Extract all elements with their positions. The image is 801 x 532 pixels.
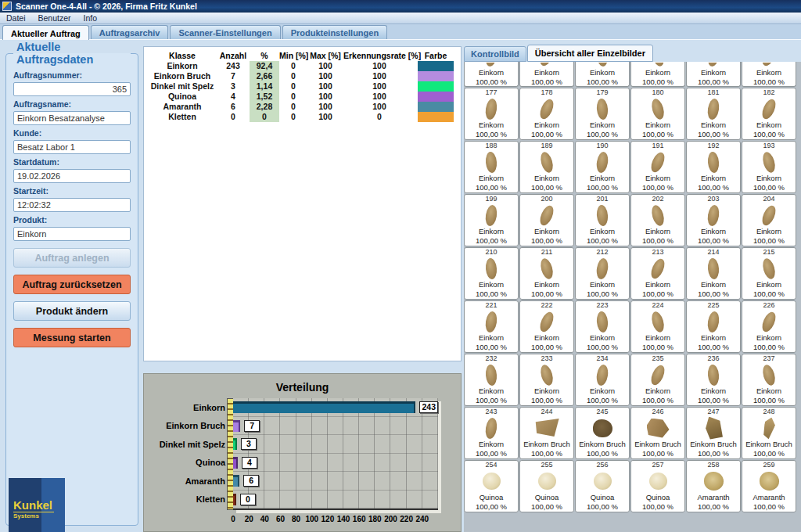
- menu-item[interactable]: Benutzer: [32, 13, 77, 23]
- seed-cell[interactable]: Einkorn 100,00 %: [575, 62, 630, 87]
- chart-bar: [233, 494, 236, 505]
- seed-cell[interactable]: 237 Einkorn 100,00 %: [742, 354, 796, 406]
- logo-line1: Kunkel: [13, 498, 54, 512]
- seed-cell[interactable]: 246 Einkorn Bruch 100,00 %: [630, 407, 685, 459]
- seed-image-wrap: [631, 257, 684, 280]
- seed-cell[interactable]: 215 Einkorn 100,00 %: [742, 247, 796, 300]
- seed-cell[interactable]: 188 Einkorn 100,00 %: [464, 141, 519, 193]
- seed-cell[interactable]: 247 Einkorn Bruch 100,00 %: [686, 407, 741, 459]
- seed-confidence: 100,00 %: [465, 449, 518, 458]
- seed-cell[interactable]: 224 Einkorn 100,00 %: [630, 300, 685, 353]
- seed-cell[interactable]: 182 Einkorn 100,00 %: [742, 88, 796, 140]
- seed-image: [760, 310, 778, 333]
- table-row: Einkorn Bruch 7 2,66 0 100 100: [148, 71, 461, 81]
- start-date-field[interactable]: [13, 169, 131, 183]
- seed-cell[interactable]: 178 Einkorn 100,00 %: [519, 88, 574, 140]
- seed-number: 236: [687, 354, 740, 363]
- cell-pct: 2,66: [250, 71, 279, 81]
- seed-cell[interactable]: 235 Einkorn 100,00 %: [630, 354, 685, 406]
- seed-cell[interactable]: 204 Einkorn 100,00 %: [742, 194, 796, 246]
- seed-image: [706, 204, 720, 227]
- seed-cell[interactable]: 189 Einkorn 100,00 %: [519, 141, 574, 193]
- table-body: Einkorn 243 92,4 0 100 100 Einkorn Bruch…: [148, 61, 461, 122]
- seed-cell[interactable]: 221 Einkorn 100,00 %: [464, 300, 519, 353]
- tab-scanner-einstellungen[interactable]: Scanner-Einstellungen: [170, 25, 280, 39]
- order-name-field[interactable]: [13, 111, 131, 125]
- cell-min: 0: [279, 61, 307, 71]
- seed-image: [539, 150, 555, 174]
- seed-cell[interactable]: Einkorn 100,00 %: [742, 62, 796, 87]
- create-order-button[interactable]: Auftrag anlegen: [13, 248, 131, 268]
- x-axis-tick-label: 80: [289, 515, 304, 523]
- start-time-field[interactable]: [13, 198, 131, 212]
- seed-cell[interactable]: 177 Einkorn 100,00 %: [464, 88, 519, 140]
- seed-cell[interactable]: 202 Einkorn 100,00 %: [630, 194, 685, 246]
- seed-cell[interactable]: 233 Einkorn 100,00 %: [519, 354, 574, 406]
- seed-cell[interactable]: 255 Quinoa 100,00 %: [519, 460, 574, 512]
- seed-cell[interactable]: Einkorn 100,00 %: [464, 62, 519, 87]
- table-header-row: Klasse Anzahl % Min [%] Max [%] Erkennun…: [148, 51, 461, 61]
- seed-cell[interactable]: 259 Amaranth 100,00 %: [742, 460, 796, 512]
- seed-class-label: Einkorn: [520, 227, 573, 236]
- seed-cell[interactable]: 248 Einkorn Bruch 100,00 %: [742, 407, 796, 459]
- seed-confidence: 100,00 %: [576, 183, 629, 192]
- col-anzahl: Anzahl: [217, 51, 250, 61]
- seed-cell[interactable]: 214 Einkorn 100,00 %: [686, 247, 741, 300]
- seed-cell[interactable]: 226 Einkorn 100,00 %: [742, 300, 796, 353]
- seed-cell[interactable]: 254 Quinoa 100,00 %: [464, 460, 519, 512]
- seed-cell[interactable]: 180 Einkorn 100,00 %: [630, 88, 685, 140]
- seed-cell[interactable]: 225 Einkorn 100,00 %: [686, 300, 741, 353]
- reset-order-button[interactable]: Auftrag zurücksetzen: [13, 275, 131, 294]
- seed-cell[interactable]: 212 Einkorn 100,00 %: [575, 247, 630, 300]
- seed-cell[interactable]: 245 Einkorn Bruch 100,00 %: [575, 407, 630, 459]
- seed-cell[interactable]: 203 Einkorn 100,00 %: [686, 194, 741, 246]
- tab-kontrollbild[interactable]: Kontrollbild: [464, 46, 526, 62]
- seed-cell[interactable]: 181 Einkorn 100,00 %: [686, 88, 741, 140]
- seed-cell[interactable]: 232 Einkorn 100,00 %: [464, 354, 519, 406]
- seed-cell[interactable]: 222 Einkorn 100,00 %: [519, 300, 574, 353]
- seed-cell[interactable]: Einkorn 100,00 %: [686, 62, 741, 87]
- product-field[interactable]: [13, 227, 131, 241]
- change-product-button[interactable]: Produkt ändern: [13, 301, 131, 321]
- menu-item[interactable]: Datei: [0, 13, 32, 23]
- cell-klasse: Einkorn Bruch: [148, 71, 217, 81]
- seed-cell[interactable]: 243 Einkorn 100,00 %: [464, 407, 519, 459]
- tab-auftragsarchiv[interactable]: Auftragsarchiv: [91, 25, 169, 39]
- seed-image-wrap: [520, 416, 573, 440]
- tab-uebersicht-einzelbilder[interactable]: Übersicht aller Einzelbilder: [527, 45, 653, 62]
- seed-class-label: Amaranth: [742, 493, 796, 502]
- seed-cell[interactable]: Einkorn 100,00 %: [630, 62, 685, 87]
- seed-cell[interactable]: 201 Einkorn 100,00 %: [575, 194, 630, 246]
- seed-cell[interactable]: 236 Einkorn 100,00 %: [686, 354, 741, 406]
- cell-rate: 100: [343, 92, 415, 102]
- cell-anzahl: 4: [217, 92, 250, 102]
- seed-cell[interactable]: 256 Quinoa 100,00 %: [575, 460, 630, 512]
- seed-cell[interactable]: 244 Einkorn Bruch 100,00 %: [519, 407, 574, 459]
- seed-number: 179: [576, 88, 629, 97]
- menu-item[interactable]: Info: [77, 13, 104, 23]
- seed-image: [706, 98, 720, 120]
- seed-cell[interactable]: 223 Einkorn 100,00 %: [575, 300, 630, 353]
- seed-cell[interactable]: 234 Einkorn 100,00 %: [575, 354, 630, 406]
- seed-cell[interactable]: 210 Einkorn 100,00 %: [464, 247, 519, 300]
- customer-field[interactable]: [13, 140, 131, 154]
- order-number-field[interactable]: [13, 82, 131, 96]
- seed-cell[interactable]: 179 Einkorn 100,00 %: [575, 88, 630, 140]
- seed-cell[interactable]: 257 Quinoa 100,00 %: [630, 460, 685, 512]
- seed-cell[interactable]: 192 Einkorn 100,00 %: [686, 141, 741, 193]
- start-measurement-button[interactable]: Messung starten: [13, 328, 131, 347]
- seed-cell[interactable]: 200 Einkorn 100,00 %: [519, 194, 574, 246]
- chart-bar-row: 243: [233, 398, 438, 417]
- seed-cell[interactable]: 199 Einkorn 100,00 %: [464, 194, 519, 246]
- seed-cell[interactable]: 193 Einkorn 100,00 %: [742, 141, 796, 193]
- seed-cell[interactable]: 213 Einkorn 100,00 %: [630, 247, 685, 300]
- seed-number: 254: [465, 461, 518, 469]
- seed-cell[interactable]: 190 Einkorn 100,00 %: [575, 141, 630, 193]
- seed-cell[interactable]: 211 Einkorn 100,00 %: [519, 247, 574, 300]
- tab-produkteinstellungen[interactable]: Produkteinstellungen: [282, 25, 387, 39]
- seed-cell[interactable]: 191 Einkorn 100,00 %: [630, 141, 685, 193]
- seed-number: 212: [576, 248, 629, 257]
- seed-cell[interactable]: 258 Amaranth 100,00 %: [686, 460, 741, 512]
- seed-cell[interactable]: Einkorn 100,00 %: [519, 62, 574, 87]
- tab-aktueller-auftrag[interactable]: Aktueller Auftrag: [2, 25, 89, 40]
